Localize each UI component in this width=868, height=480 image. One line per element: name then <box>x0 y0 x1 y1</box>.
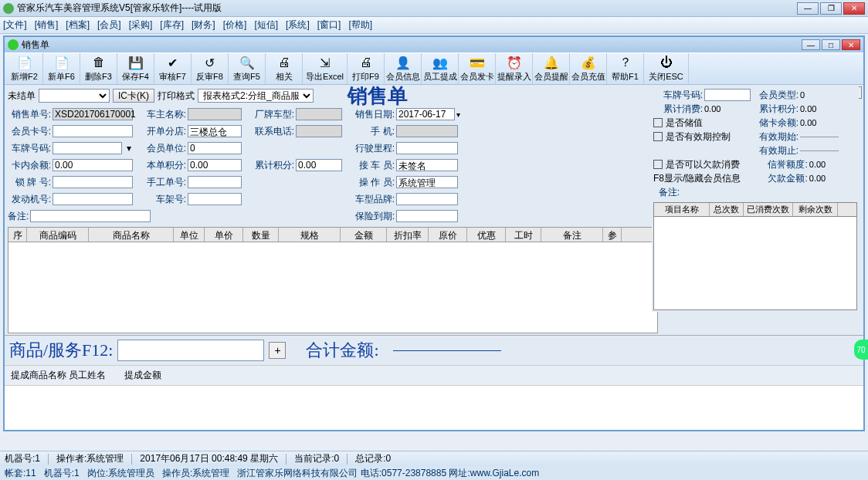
toolbar-icon: 💾 <box>128 55 144 70</box>
vin-input[interactable] <box>188 193 242 205</box>
ic-card-button[interactable]: IC卡(K) <box>113 89 154 103</box>
side-validfrom-val <box>800 137 839 137</box>
side-credit-label: 信誉额度: <box>766 158 808 171</box>
modelbrand-input[interactable] <box>396 193 458 205</box>
close-button[interactable]: ✕ <box>843 2 865 15</box>
side-storebal-val: 0.00 <box>800 118 816 127</box>
chk-credit[interactable] <box>653 160 663 169</box>
menu-item-11[interactable]: [帮助] <box>348 19 372 32</box>
sale-no-label: 销售单号: <box>8 108 51 121</box>
toolbar-审核F7[interactable]: ✔审核F7 <box>154 53 192 84</box>
menu-item-0[interactable]: [文件] <box>3 19 27 32</box>
toolbar-新单F6[interactable]: 📄新单F6 <box>43 53 80 84</box>
add-product-button[interactable]: + <box>269 342 286 359</box>
manual-input[interactable] <box>188 176 242 188</box>
card-no-input[interactable] <box>53 125 133 137</box>
receiver-label: 接 车 员: <box>351 159 395 172</box>
toolbar-提醒录入[interactable]: ⏰提醒录入 <box>496 53 533 84</box>
owner-value <box>188 108 242 120</box>
product-input[interactable] <box>117 340 264 361</box>
print-format-select[interactable]: 报表格式2:分组_商品服务 <box>198 89 314 103</box>
remark-input[interactable] <box>30 210 151 222</box>
print-format-label: 打印格式 <box>158 90 195 103</box>
main-title-bar: 管家乐汽车美容管理系统V5[管家乐软件]----试用版 — ❐ ✕ <box>0 0 868 17</box>
mileage-input[interactable] <box>396 142 458 154</box>
chk-period-label: 是否有效期控制 <box>666 130 731 144</box>
menu-item-6[interactable]: [财务] <box>192 19 215 32</box>
toolbar-相关[interactable]: 🖨相关 <box>266 53 303 84</box>
restore-button[interactable]: ❐ <box>820 2 842 15</box>
toolbar-会员发卡[interactable]: 💳会员发卡 <box>459 53 496 84</box>
plate-label: 车牌号码: <box>8 142 51 155</box>
thispt-label: 本单积分: <box>143 159 186 172</box>
unit-value: 0 <box>188 142 242 154</box>
toolbar-会员信息[interactable]: 👤会员信息 <box>385 53 422 84</box>
toolbar-会员充值[interactable]: 💰会员充值 <box>570 53 607 84</box>
app-icon <box>3 3 14 14</box>
unsettled-label: 未结单 <box>8 90 36 103</box>
grid-col: 规格 <box>279 228 341 242</box>
grid-col: 单价 <box>205 228 243 242</box>
side-tab-icon[interactable]: 70 <box>854 340 868 360</box>
side-validto-val <box>800 150 839 151</box>
grid-col: 数量 <box>243 228 279 242</box>
tel-val <box>296 125 342 137</box>
toolbar-删除F3[interactable]: 🗑删除F3 <box>80 53 117 84</box>
menu-item-3[interactable]: [会员] <box>97 19 121 32</box>
menu-item-2[interactable]: [档案] <box>66 19 90 32</box>
child-maximize-button[interactable]: □ <box>822 39 840 50</box>
chk-period[interactable] <box>653 132 663 141</box>
insurance-input[interactable] <box>396 210 458 222</box>
mileage-label: 行驶里程: <box>351 142 395 155</box>
menu-item-5[interactable]: [库存] <box>160 19 184 32</box>
toolbar-反审F8[interactable]: ↺反审F8 <box>192 53 229 84</box>
chk-store[interactable] <box>653 118 663 127</box>
menu-item-10[interactable]: [窗口] <box>317 19 341 32</box>
total-amount <box>393 350 501 351</box>
child-minimize-button[interactable]: — <box>802 39 820 50</box>
totpt-label: 累计积分: <box>251 159 294 172</box>
toolbar-关闭ESC[interactable]: ⏻关闭ESC <box>644 53 689 84</box>
side-mtype-label: 会员类型: <box>757 89 798 102</box>
engine-input[interactable] <box>53 193 133 205</box>
toolbar-查询F5[interactable]: 🔍查询F5 <box>229 53 266 84</box>
menu-item-9[interactable]: [系统] <box>286 19 310 32</box>
commission-header: 提成商品名称 员工姓名 提成金额 <box>5 365 863 385</box>
manual-label: 手工单号: <box>143 176 186 189</box>
minimize-button[interactable]: — <box>797 2 819 15</box>
side-plate-input[interactable] <box>704 89 751 101</box>
brandmodel-val <box>296 108 342 120</box>
side-sumpt-val: 0.00 <box>800 104 816 113</box>
total-label: 合计金额: <box>306 339 378 362</box>
side-mtype-val: 0 <box>800 90 805 100</box>
toolbar-打印F9[interactable]: 🖨打印F9 <box>348 53 385 84</box>
plate-input[interactable] <box>53 142 122 154</box>
menu-item-7[interactable]: [价格] <box>223 19 247 32</box>
lock-input[interactable] <box>53 176 133 188</box>
toolbar-员工提成[interactable]: 👥员工提成 <box>422 53 459 84</box>
status-bar: 机器号:1 操作者:系统管理 2017年06月17日 00:48:49 星期六 … <box>0 451 868 466</box>
menu-item-1[interactable]: [销售] <box>35 19 59 32</box>
footer-operator: 操作员:系统管理 <box>162 467 229 480</box>
toolbar-帮助F1[interactable]: ？帮助F1 <box>607 53 644 84</box>
date-input[interactable] <box>396 108 455 120</box>
menu-item-4[interactable]: [采购] <box>129 19 153 32</box>
menu-bar: [文件][销售][档案][会员][采购][库存][财务][价格][短信][系统]… <box>0 17 868 34</box>
sales-grid-body[interactable] <box>8 242 658 333</box>
date-label: 销售日期: <box>351 108 395 121</box>
status-datetime: 2017年06月17日 00:48:49 星期六 <box>140 452 278 465</box>
toolbar-icon: 📄 <box>54 55 70 70</box>
unsettled-select[interactable] <box>39 89 110 103</box>
child-close-button[interactable]: ✕ <box>842 39 860 50</box>
toolbar-icon: 💳 <box>470 55 485 70</box>
toolbar-保存F4[interactable]: 💾保存F4 <box>117 53 154 84</box>
footer-company: 浙江管家乐网络科技有限公司 电话:0577-23878885 网址:www.Gj… <box>237 467 539 480</box>
side-remark-label: 备注: <box>653 186 680 199</box>
mobile-val <box>396 125 458 137</box>
toolbar-会员提醒[interactable]: 🔔会员提醒 <box>533 53 570 84</box>
toolbar-新增F2[interactable]: 📄新增F2 <box>6 53 43 84</box>
menu-item-8[interactable]: [短信] <box>254 19 278 32</box>
toolbar-icon: 🗑 <box>91 55 107 70</box>
toolbar-导出Excel[interactable]: ⇲导出Excel <box>303 53 348 84</box>
doc-icon <box>8 39 19 50</box>
